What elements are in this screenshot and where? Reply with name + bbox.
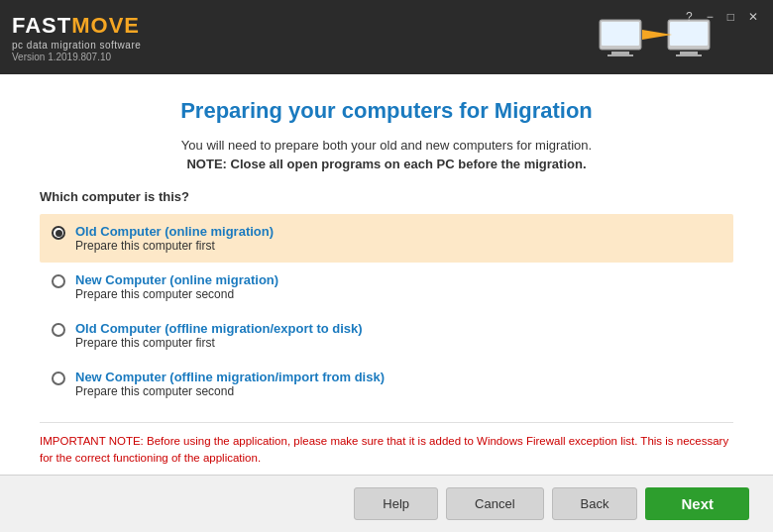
svg-rect-7 [676,54,702,56]
note-text: NOTE: Close all open programs on each PC… [40,157,733,171]
minimize-btn[interactable]: − [702,8,718,26]
close-btn[interactable]: ✕ [743,8,763,26]
radio-new-online [52,274,65,288]
important-note: IMPORTANT NOTE: Before using the applica… [40,422,733,468]
next-button[interactable]: Next [645,487,749,520]
help-control-btn[interactable]: ? [681,8,698,26]
radio-new-offline [52,372,65,385]
back-button[interactable]: Back [552,487,638,520]
help-button[interactable]: Help [354,487,438,520]
footer: Help Cancel Back Next [0,475,773,532]
logo-move: MOVE [71,13,140,38]
svg-rect-9 [642,34,660,36]
titlebar-left: FASTMOVE pc data migration software Vers… [12,13,141,62]
option-old-offline[interactable]: Old Computer (offline migration/export t… [40,311,733,360]
logo-version: Version 1.2019.807.10 [12,52,141,62]
option-old-online-desc: Prepare this computer first [75,239,274,253]
logo-subtitle: pc data migration software [12,40,141,51]
cancel-button[interactable]: Cancel [446,487,543,520]
logo: FASTMOVE [12,13,141,39]
titlebar-controls[interactable]: ? − □ ✕ [681,8,763,26]
option-old-online-text: Old Computer (online migration) Prepare … [75,224,274,253]
main-content: Preparing your computers for Migration Y… [0,74,773,497]
option-new-online-text: New Computer (online migration) Prepare … [75,272,278,301]
titlebar: FASTMOVE pc data migration software Vers… [0,0,773,74]
maximize-btn[interactable]: □ [722,8,739,26]
option-new-offline-title: New Computer (offline migration/import f… [75,370,385,384]
option-new-online-desc: Prepare this computer second [75,287,278,301]
radio-old-offline [52,323,65,337]
option-new-online[interactable]: New Computer (online migration) Prepare … [40,263,733,311]
option-new-offline[interactable]: New Computer (offline migration/import f… [40,360,733,408]
question-label: Which computer is this? [40,189,733,204]
logo-fast: FAST [12,13,71,38]
svg-rect-3 [607,54,633,56]
option-new-offline-text: New Computer (offline migration/import f… [75,370,385,398]
radio-old-online [52,226,65,240]
option-old-offline-text: Old Computer (offline migration/export t… [75,321,363,350]
subtitle-text: You will need to prepare both your old a… [40,138,733,153]
option-old-online-title: Old Computer (online migration) [75,224,274,239]
svg-rect-1 [602,22,639,46]
option-old-online[interactable]: Old Computer (online migration) Prepare … [40,214,733,263]
option-old-offline-desc: Prepare this computer first [75,336,363,350]
option-new-online-title: New Computer (online migration) [75,272,278,287]
radio-inner-old-online [55,230,62,237]
options-container: Old Computer (online migration) Prepare … [40,214,733,408]
option-new-offline-desc: Prepare this computer second [75,384,385,398]
page-title: Preparing your computers for Migration [40,98,733,124]
option-old-offline-title: Old Computer (offline migration/export t… [75,321,363,336]
